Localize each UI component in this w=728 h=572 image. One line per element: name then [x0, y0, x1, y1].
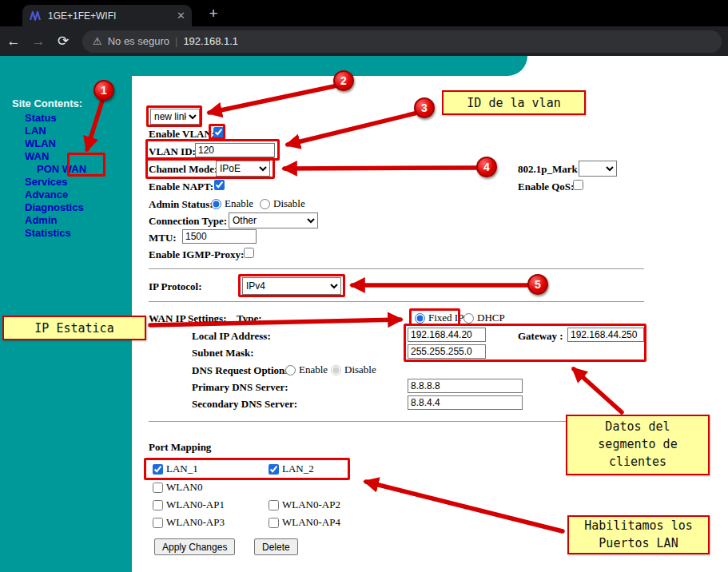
port-wlan0-ap1-label: WLAN0-AP1 [166, 499, 225, 511]
browser-navbar: ← → ⟳ ⚠ No es seguro | 192.168.1.1 [0, 26, 728, 56]
mark-label: 802.1p_Mark [518, 163, 578, 176]
subnet-mask-input[interactable] [408, 344, 486, 359]
port-wlan0-ap4-label: WLAN0-AP4 [282, 516, 340, 529]
local-ip-label: Local IP Address: [192, 330, 271, 343]
address-bar[interactable]: ⚠ No es seguro | 192.168.1.1 [82, 30, 722, 53]
channel-mode-select[interactable]: IPoE [216, 161, 270, 177]
vlan-id-input[interactable] [195, 143, 275, 157]
admin-enable-text: Enable [225, 197, 253, 210]
wan-config-form: new link Enable VLAN: VLAN ID: Channel M… [149, 104, 664, 572]
sidebar-nav: Status LAN WLAN WAN PON WAN Services Adv… [0, 112, 132, 240]
vlan-id-label: VLAN ID: [149, 145, 196, 158]
dns-disable-radio[interactable] [331, 365, 341, 375]
new-tab-button[interactable]: + [203, 3, 224, 24]
admin-disable-text: Disable [273, 197, 305, 210]
divider [149, 421, 644, 422]
ip-protocol-select[interactable]: IPv4 [242, 277, 341, 295]
link-select[interactable]: new link [150, 109, 200, 125]
sidebar-item-pon-wan[interactable]: PON WAN [0, 163, 132, 176]
sidebar-item-wlan[interactable]: WLAN [0, 137, 132, 150]
url-text: 192.168.1.1 [183, 35, 238, 47]
secondary-dns-label: Secondary DNS Server: [192, 398, 297, 411]
fixed-ip-text: Fixed IP [428, 312, 463, 324]
screen: 1GE+1FE+WIFI ✕ + ← → ⟳ ⚠ No es seguro | … [0, 0, 728, 572]
sidebar: Site Contents: Status LAN WLAN WAN PON W… [0, 56, 132, 572]
port-wlan0-ap1-checkbox[interactable] [153, 500, 163, 510]
channel-mode-label: Channel Mode: [149, 163, 217, 176]
enable-vlan-checkbox[interactable] [213, 127, 224, 137]
back-button[interactable]: ← [2, 34, 25, 50]
port-wlan0-ap2-label: WLAN0-AP2 [282, 499, 340, 511]
router-page: Site Contents: Status LAN WLAN WAN PON W… [0, 56, 728, 572]
primary-dns-label: Primary DNS Server: [192, 381, 288, 394]
tab-title: 1GE+1FE+WIFI [48, 10, 170, 22]
sidebar-item-wan[interactable]: WAN [0, 150, 132, 163]
admin-enable-radio[interactable] [211, 199, 221, 209]
dhcp-text: DHCP [477, 312, 505, 324]
dns-enable-text: Enable [299, 363, 328, 376]
type-label: Type: [237, 312, 262, 325]
port-lan1-checkbox[interactable] [153, 464, 163, 475]
dns-enable-radio[interactable] [285, 365, 296, 375]
security-label: No es seguro [108, 35, 169, 47]
browser-tab[interactable]: 1GE+1FE+WIFI ✕ [22, 5, 192, 26]
enable-napt-checkbox[interactable] [214, 180, 225, 190]
admin-status-label: Admin Status: [149, 198, 213, 211]
omnibox-separator: | [175, 35, 177, 47]
mark-select[interactable] [579, 161, 617, 177]
igmp-proxy-label: Enable IGMP-Proxy: [149, 248, 244, 261]
enable-vlan-label: Enable VLAN: [149, 128, 215, 141]
port-wlan0-ap4-checkbox[interactable] [269, 518, 279, 528]
enable-qos-label: Enable QoS: [518, 181, 574, 193]
connection-type-select[interactable]: Other [229, 213, 318, 228]
dhcp-radio[interactable] [463, 313, 474, 324]
wan-ip-settings-label: WAN IP Settings: [149, 312, 227, 325]
sidebar-item-statistics[interactable]: Statistics [0, 227, 132, 240]
port-lan1-label: LAN_1 [166, 463, 198, 475]
tab-close-icon[interactable]: ✕ [177, 10, 185, 22]
gateway-input[interactable] [567, 328, 644, 342]
mtu-input[interactable] [182, 229, 257, 244]
subnet-mask-label: Subnet Mask: [192, 347, 254, 359]
browser-tab-strip: 1GE+1FE+WIFI ✕ + [0, 0, 728, 26]
mtu-label: MTU: [149, 232, 177, 244]
admin-disable-radio[interactable] [260, 199, 270, 209]
dns-options-label: DNS Request Options: [192, 364, 292, 377]
fixed-ip-radio[interactable] [415, 313, 425, 324]
warning-icon: ⚠ [93, 35, 102, 47]
port-mapping-title: Port Mapping [149, 441, 211, 454]
port-wlan0-label: WLAN0 [166, 481, 203, 494]
sidebar-item-advance[interactable]: Advance [0, 189, 132, 201]
reload-button[interactable]: ⟳ [52, 33, 74, 50]
igmp-proxy-checkbox[interactable] [244, 248, 254, 258]
gateway-label: Gateway : [518, 330, 563, 343]
sidebar-item-admin[interactable]: Admin [0, 214, 132, 227]
port-lan2-checkbox[interactable] [269, 464, 279, 475]
divider [149, 268, 644, 269]
dns-disable-text: Disable [344, 363, 376, 376]
divider [149, 301, 644, 302]
port-wlan0-ap2-checkbox[interactable] [269, 500, 279, 510]
tab-favicon-icon [29, 10, 42, 22]
sidebar-title: Site Contents: [12, 97, 82, 109]
enable-qos-checkbox[interactable] [573, 180, 583, 190]
secondary-dns-input[interactable] [408, 395, 523, 410]
sidebar-item-diagnostics[interactable]: Diagnostics [0, 201, 132, 214]
primary-dns-input[interactable] [408, 379, 523, 393]
port-wlan0-checkbox[interactable] [153, 483, 163, 493]
connection-type-label: Connection Type: [149, 215, 227, 228]
enable-napt-label: Enable NAPT: [149, 181, 213, 193]
local-ip-input[interactable] [408, 328, 486, 342]
delete-button[interactable]: Delete [254, 538, 298, 555]
sidebar-item-services[interactable]: Services [0, 176, 132, 189]
port-lan2-label: LAN_2 [282, 463, 314, 475]
port-wlan0-ap3-checkbox[interactable] [153, 518, 163, 528]
ip-protocol-label: IP Protocol: [149, 280, 202, 293]
port-wlan0-ap3-label: WLAN0-AP3 [166, 516, 225, 529]
forward-button[interactable]: → [27, 34, 50, 50]
sidebar-item-lan[interactable]: LAN [0, 125, 132, 137]
apply-changes-button[interactable]: Apply Changes [154, 538, 235, 555]
sidebar-item-status[interactable]: Status [0, 112, 132, 125]
